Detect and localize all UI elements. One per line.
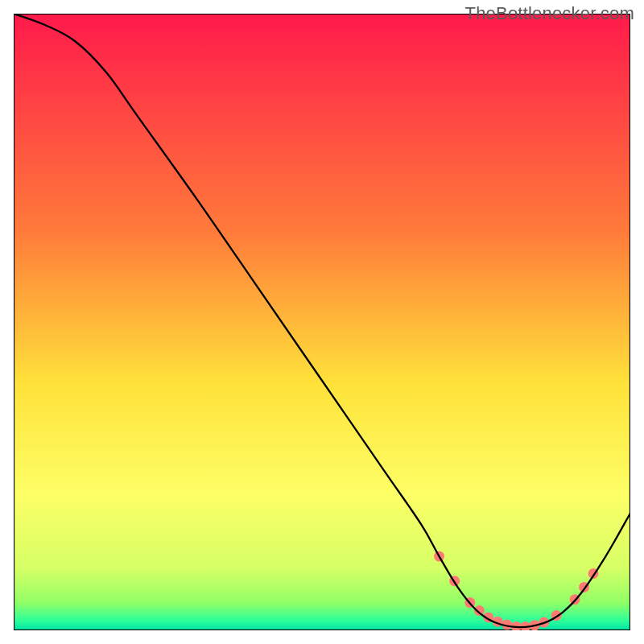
chart-frame: TheBottlenecker.com	[0, 0, 644, 644]
plot-area	[14, 14, 630, 630]
watermark-text: TheBottlenecker.com	[465, 3, 634, 24]
chart-svg	[14, 14, 630, 630]
gradient-background	[14, 14, 630, 630]
